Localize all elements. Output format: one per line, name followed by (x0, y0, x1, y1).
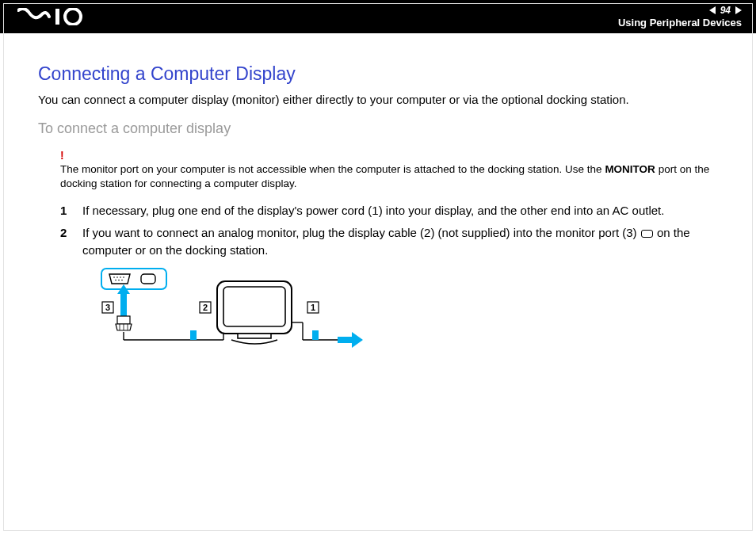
page-nav: 94 (709, 5, 742, 16)
step-number: 2 (60, 224, 71, 259)
svg-rect-21 (190, 330, 197, 340)
step-text-pre: If you want to connect an analog monitor… (82, 226, 640, 239)
svg-point-7 (115, 279, 116, 280)
svg-rect-29 (312, 330, 319, 340)
svg-rect-25 (238, 334, 271, 338)
vaio-logo (17, 8, 90, 25)
warning-text: The monitor port on your computer is not… (60, 162, 718, 191)
svg-point-6 (123, 277, 124, 278)
steps-list: 1 If necessary, plug one end of the disp… (38, 202, 718, 258)
svg-point-4 (116, 277, 118, 278)
svg-rect-31 (338, 337, 353, 343)
intro-text: You can connect a computer display (moni… (38, 93, 718, 106)
svg-rect-14 (117, 316, 130, 324)
step-item: 1 If necessary, plug one end of the disp… (38, 202, 718, 219)
svg-point-5 (120, 277, 121, 278)
svg-rect-10 (141, 274, 155, 284)
prev-page-icon[interactable] (709, 6, 716, 14)
page-content: Connecting a Computer Display You can co… (0, 33, 756, 354)
note-bold: MONITOR (605, 163, 655, 175)
svg-point-8 (118, 279, 120, 280)
svg-point-1 (65, 9, 81, 25)
page-number: 94 (720, 5, 731, 16)
svg-point-3 (113, 277, 115, 278)
page-title: Connecting a Computer Display (38, 63, 718, 85)
svg-rect-2 (101, 269, 166, 289)
warning-note: ! The monitor port on your computer is n… (60, 150, 718, 191)
section-title: Using Peripheral Devices (618, 17, 742, 29)
svg-rect-12 (120, 291, 127, 319)
step-text: If you want to connect an analog monitor… (82, 224, 718, 259)
step-text: If necessary, plug one end of the displa… (82, 202, 718, 219)
label-1: 1 (311, 303, 315, 312)
note-pre: The monitor port on your computer is not… (60, 163, 605, 175)
monitor-port-icon (641, 230, 653, 238)
next-page-icon[interactable] (735, 6, 742, 14)
svg-marker-32 (352, 332, 363, 348)
warning-icon: ! (60, 150, 718, 161)
header-right: 94 Using Peripheral Devices (618, 5, 742, 29)
svg-rect-24 (223, 287, 285, 326)
header-bar: 94 Using Peripheral Devices (0, 0, 756, 33)
step-number: 1 (60, 202, 71, 219)
connection-diagram: 3 2 (98, 267, 718, 354)
subtitle: To connect a computer display (38, 120, 718, 137)
label-2: 2 (203, 303, 208, 312)
step-item: 2 If you want to connect an analog monit… (38, 224, 718, 259)
label-3: 3 (105, 303, 110, 312)
svg-rect-0 (55, 9, 59, 25)
svg-point-9 (121, 279, 123, 280)
